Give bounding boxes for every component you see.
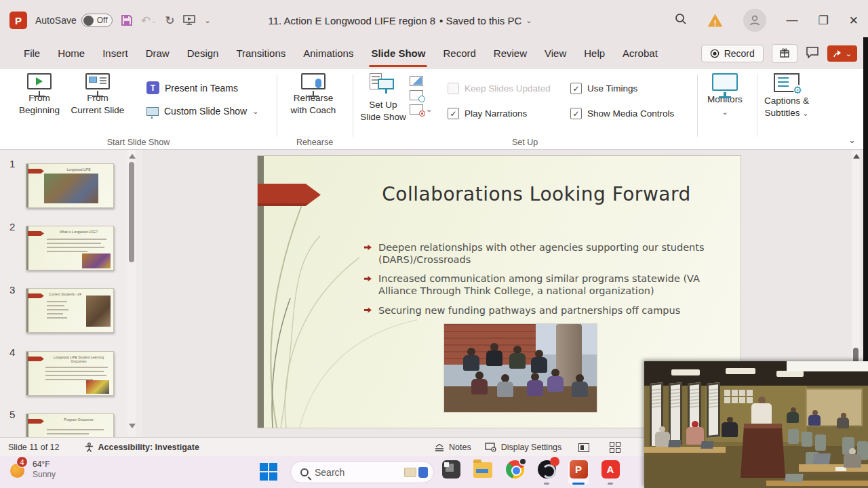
rehearse-timings-icon[interactable] <box>410 90 423 100</box>
notes-button[interactable]: Notes <box>434 443 471 452</box>
from-beginning-button[interactable]: FromBeginning <box>11 73 68 117</box>
weather-condition: Sunny <box>33 470 56 479</box>
checkbox-show-media-controls[interactable]: ✓Show Media Controls <box>570 108 674 119</box>
slide-thumbnail-3[interactable]: Current Students - 24 <box>26 288 114 333</box>
video-laptop <box>701 441 714 449</box>
video-chair <box>788 429 799 444</box>
autosave-state: Off <box>97 16 108 25</box>
record-button[interactable]: Record <box>701 45 764 62</box>
search-daily-icon <box>404 468 416 477</box>
scroll-up-icon <box>853 154 860 159</box>
taskbar-app-dark[interactable] <box>441 460 461 485</box>
thumbnail-scrollbar[interactable] <box>127 150 136 437</box>
tab-acrobat[interactable]: Acrobat <box>615 41 665 69</box>
collapse-ribbon-icon[interactable]: ⌄ <box>848 135 856 145</box>
video-person <box>655 432 670 447</box>
video-window <box>707 382 720 438</box>
video-person <box>722 422 738 437</box>
video-person <box>844 454 861 468</box>
warning-icon[interactable]: ! <box>708 14 723 27</box>
restore-button[interactable]: ❐ <box>818 14 829 28</box>
taskbar-chrome[interactable] <box>505 460 525 485</box>
monitor-play-icon <box>27 73 52 89</box>
tab-help[interactable]: Help <box>576 41 612 69</box>
tab-review[interactable]: Review <box>486 41 534 69</box>
tab-animations[interactable]: Animations <box>296 41 361 69</box>
accessibility-status[interactable]: Accessibility: Investigate <box>84 443 199 453</box>
monitors-icon <box>712 73 738 91</box>
autosave-toggle[interactable]: AutoSave Off <box>35 14 113 27</box>
video-laptop <box>668 440 682 447</box>
checkbox-use-timings[interactable]: ✓Use Timings <box>570 83 637 94</box>
checkbox-keep-slides-updated[interactable]: Keep Slides Updated <box>448 83 551 94</box>
start-button[interactable] <box>260 463 277 481</box>
taskbar-powerpoint[interactable]: P <box>568 460 589 485</box>
save-icon[interactable] <box>121 14 133 26</box>
tab-home[interactable]: Home <box>50 41 92 69</box>
share-button[interactable]: ⌄ <box>827 45 857 62</box>
tab-view[interactable]: View <box>537 41 574 69</box>
slide-thumbnail-5[interactable]: Program Outcomes <box>26 413 114 437</box>
tab-transitions[interactable]: Transitions <box>229 41 293 69</box>
close-button[interactable]: ✕ <box>849 14 859 28</box>
video-podium <box>741 424 785 478</box>
whats-new-gift-button[interactable] <box>772 44 797 63</box>
from-current-slide-button[interactable]: FromCurrent Slide <box>69 73 126 117</box>
taskbar-obs[interactable] <box>536 460 557 485</box>
ribbon: FromBeginning FromCurrent Slide T Presen… <box>0 69 868 150</box>
video-ceiling-light <box>671 369 700 375</box>
redo-icon[interactable]: ↻ <box>165 14 174 28</box>
title-chevron-icon[interactable]: ⌄ <box>526 16 532 25</box>
present-in-teams-button[interactable]: T Present in Teams <box>146 81 238 94</box>
display-settings-icon <box>485 443 497 452</box>
save-status: • Saved to this PC <box>439 15 521 26</box>
slide-thumbnail-4[interactable]: Longwood LIFE Student Learning Outcomes <box>26 351 114 396</box>
hide-slide-icon[interactable] <box>410 76 423 86</box>
account-avatar[interactable] <box>743 9 766 32</box>
comments-button[interactable] <box>806 46 819 61</box>
teams-icon: T <box>146 81 159 94</box>
accessibility-icon <box>84 443 94 453</box>
custom-slide-show-button[interactable]: Custom Slide Show ⌄ <box>146 106 258 117</box>
thumbnail-number: 5 <box>9 409 15 420</box>
meeting-video-overlay[interactable] <box>644 361 868 488</box>
custom-slideshow-icon <box>146 107 159 116</box>
tab-record[interactable]: Record <box>435 41 483 69</box>
folder-icon <box>473 462 492 478</box>
tab-insert[interactable]: Insert <box>95 41 136 69</box>
monitors-button[interactable]: Monitors⌄ <box>698 73 751 118</box>
rehearse-with-coach-button[interactable]: Rehearsewith Coach <box>285 73 342 117</box>
record-slideshow-chevron-icon[interactable]: ⌄ <box>426 105 432 114</box>
video-person <box>808 415 821 426</box>
notes-icon <box>434 443 445 452</box>
slide-sorter-view-button[interactable] <box>606 440 624 455</box>
tab-file[interactable]: File <box>16 41 47 69</box>
video-window <box>669 382 682 446</box>
start-slideshow-quick-icon[interactable] <box>182 14 196 26</box>
bullet-marker-icon <box>364 276 372 281</box>
checkbox-play-narrations[interactable]: ✓Play Narrations <box>448 108 527 119</box>
group-label-set-up: Set Up <box>353 138 697 147</box>
tab-design[interactable]: Design <box>180 41 226 69</box>
slide-thumbnail-1[interactable]: Longwood LIFE <box>26 163 114 208</box>
search-icon[interactable] <box>674 12 688 28</box>
display-settings-button[interactable]: Display Settings <box>485 443 562 452</box>
set-up-slide-show-button[interactable]: Set UpSlide Show <box>357 73 410 123</box>
normal-view-button[interactable] <box>575 440 593 455</box>
taskbar-file-explorer[interactable] <box>473 460 493 485</box>
slide-thumbnail-2[interactable]: What is Longwood LIFE? <box>26 226 114 270</box>
minimize-button[interactable]: — <box>787 14 798 27</box>
screen-edge-strip <box>863 37 868 361</box>
powerpoint-window: P AutoSave Off ↶⌄ ↻ ⌄ 11. Action E Longw… <box>0 0 868 488</box>
video-bright-band <box>787 361 868 371</box>
tab-slide-show[interactable]: Slide Show <box>363 41 433 69</box>
taskbar-search[interactable]: Search <box>290 461 434 483</box>
tab-draw[interactable]: Draw <box>138 41 177 69</box>
record-slide-show-icon[interactable] <box>410 104 423 115</box>
acrobat-icon: A <box>601 460 620 479</box>
weather-widget[interactable]: 4 64°F Sunny <box>8 460 56 480</box>
taskbar-acrobat[interactable]: A <box>600 460 620 485</box>
captions-subtitles-button[interactable]: ⚙ Captions &Subtitles ⌄ <box>758 73 815 119</box>
quick-access-more-icon[interactable]: ⌄ <box>204 16 210 25</box>
undo-icon[interactable]: ↶⌄ <box>141 14 157 28</box>
